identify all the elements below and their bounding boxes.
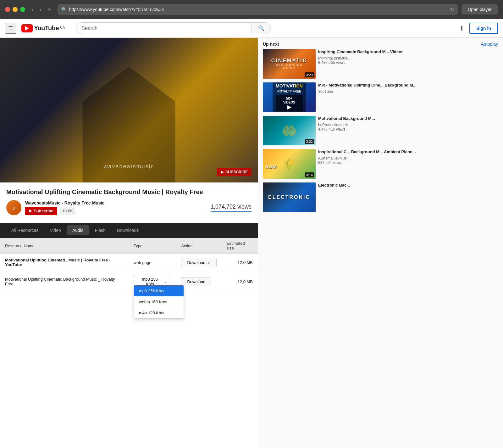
hamburger-menu[interactable]: ☰ bbox=[5, 23, 16, 34]
sidebar-video-title: Motivational Background M... bbox=[318, 116, 498, 121]
address-bar-wrap: 🔍 ↻ bbox=[58, 4, 458, 15]
thumb-duration: 3:02 bbox=[305, 139, 314, 144]
sidebar-item[interactable]: 🌾 ASM 3:14 Inspirational C... Background… bbox=[263, 149, 498, 179]
chevron-down-icon: ⌄ bbox=[164, 279, 167, 284]
sidebar-video-title: Electronic Bac... bbox=[318, 182, 498, 188]
sidebar-thumbnail: CINEMATIC BACKGROUND MUSIC 3:23 bbox=[263, 49, 316, 79]
open-player-button[interactable]: Open player bbox=[462, 4, 498, 14]
yt-logo-text: YouTube bbox=[34, 25, 59, 32]
search-bar: 🔍 bbox=[76, 22, 271, 34]
primary-column: wavebeatsmusic ▶ SUBSCRIBE Motivational … bbox=[0, 38, 258, 448]
row1-type: web page bbox=[129, 254, 176, 271]
refresh-button[interactable]: ↻ bbox=[450, 7, 454, 13]
search-button[interactable]: 🔍 bbox=[252, 22, 271, 34]
nav-buttons: ‹ › ⌂ bbox=[29, 5, 54, 14]
subscribe-row: ▶ Subscribe 10.8K bbox=[25, 207, 207, 215]
sign-in-button[interactable]: Sign in bbox=[469, 23, 498, 34]
tab-audio[interactable]: Audio bbox=[67, 225, 89, 235]
dropdown-option-m4a[interactable]: m4a 128 Kb/s bbox=[134, 307, 184, 318]
home-button[interactable]: ⌂ bbox=[45, 5, 54, 14]
video-info: Motivational Uplifting Cinematic Backgro… bbox=[0, 182, 258, 223]
subscriber-count: 10.8K bbox=[60, 207, 75, 215]
sidebar-thumbnail: 🤲 3:02 bbox=[263, 116, 316, 145]
subscribe-label: Subscribe bbox=[34, 209, 53, 213]
yt-logo-icon bbox=[21, 24, 33, 32]
sidebar-info: Mix - Motivational Uplifting Cine... Bac… bbox=[318, 82, 498, 112]
dropdown-option-webm[interactable]: webm 160 Kb/s bbox=[134, 296, 184, 307]
channel-info: WavebeatsMusic - Royalty Free Music ▶ Su… bbox=[25, 200, 207, 215]
thumb-duration: 3:14 bbox=[305, 172, 314, 177]
secondary-column: Up next Autoplay CINEMATIC BACKGROUND MU… bbox=[258, 38, 503, 448]
tab-flash[interactable]: Flash bbox=[90, 225, 111, 235]
sidebar-item[interactable]: 🤲 3:02 Motivational Background M... bdPr… bbox=[263, 116, 498, 145]
tabs-bar: All Resources Video Audio Flash Download… bbox=[0, 223, 258, 238]
search-input[interactable] bbox=[76, 22, 252, 34]
channel-name: WavebeatsMusic - Royalty Free Music bbox=[25, 200, 207, 205]
up-next-row: Up next Autoplay bbox=[263, 38, 498, 49]
yt-icon-small: ▶ bbox=[221, 170, 224, 174]
sidebar-item[interactable]: CINEMATIC BACKGROUND MUSIC 3:23 Inspirin… bbox=[263, 49, 498, 79]
table-row: Motivational Uplifting Cinematic Backgro… bbox=[0, 271, 258, 292]
back-button[interactable]: ‹ bbox=[29, 5, 36, 14]
sidebar-item[interactable]: MOTIVATION ROYALTY FREE 50+ VIDEOS ▶ Mix… bbox=[263, 82, 498, 112]
traffic-lights bbox=[5, 7, 25, 12]
upload-button[interactable]: ⬆ bbox=[459, 25, 464, 32]
header-actions: ⬆ Sign in bbox=[459, 23, 498, 34]
sidebar-video-title: Inspiring Cinematic Background M... Vide… bbox=[318, 49, 498, 55]
thumb-duration: 3:23 bbox=[305, 72, 314, 77]
dropdown-option-mp3[interactable]: mp3 256 Kb/s bbox=[134, 285, 184, 296]
sidebar-channel: AShamaluevMusi... bbox=[318, 156, 498, 160]
subscribe-overlay-text: SUBSCRIBE bbox=[225, 170, 248, 174]
sidebar-thumbnail: ELECTRONIC bbox=[263, 182, 316, 212]
tab-downloads[interactable]: Downloads bbox=[112, 225, 144, 235]
format-select-wrap: mp3 256 Kb/s ⌄ mp3 256 Kb/s webm 160 Kb/… bbox=[134, 275, 171, 288]
sidebar-channel: bdProductions | M... bbox=[318, 123, 498, 127]
sidebar-thumbnail: 🌾 ASM 3:14 bbox=[263, 149, 316, 179]
col-size: Estimated size bbox=[222, 238, 258, 254]
tab-video[interactable]: Video bbox=[45, 225, 66, 235]
format-dropdown: mp3 256 Kb/s webm 160 Kb/s m4a 128 Kb/s bbox=[134, 285, 184, 319]
close-window-button[interactable] bbox=[5, 7, 10, 12]
row2-type-cell: mp3 256 Kb/s ⌄ mp3 256 Kb/s webm 160 Kb/… bbox=[129, 271, 176, 292]
sidebar-info: Inspirational C... Background M... Ambie… bbox=[318, 149, 498, 179]
autoplay-label[interactable]: Autoplay bbox=[481, 42, 498, 47]
sidebar-item[interactable]: ELECTRONIC Electronic Bac... bbox=[263, 182, 498, 212]
download-all-button[interactable]: Download all bbox=[181, 258, 216, 267]
sidebar-views: 4,446,416 views bbox=[318, 127, 498, 132]
maximize-window-button[interactable] bbox=[20, 7, 25, 12]
youtube-header: ☰ YouTube UA 🔍 ⬆ Sign in bbox=[0, 19, 503, 38]
main-content: wavebeatsmusic ▶ SUBSCRIBE Motivational … bbox=[0, 38, 503, 448]
sidebar-thumbnail: MOTIVATION ROYALTY FREE 50+ VIDEOS ▶ bbox=[263, 82, 316, 112]
col-action: Action bbox=[176, 238, 221, 254]
sidebar-views: 8,480,565 views bbox=[318, 60, 498, 65]
table-header: Resource Name Type Action Estimated size bbox=[0, 238, 258, 254]
sidebar-info: Motivational Background M... bdProductio… bbox=[318, 116, 498, 145]
sidebar-views: 687,604 views bbox=[318, 160, 498, 165]
thumb-overlay: CINEMATIC BACKGROUND MUSIC bbox=[271, 58, 307, 70]
subscribe-channel-button[interactable]: ▶ Subscribe bbox=[25, 207, 57, 215]
forward-button[interactable]: › bbox=[37, 5, 44, 14]
channel-avatar: ♪ bbox=[6, 200, 21, 215]
video-background: wavebeatsmusic ▶ SUBSCRIBE bbox=[0, 38, 258, 182]
col-resource-name: Resource Name bbox=[0, 238, 129, 254]
avatar-icon: ♪ bbox=[12, 204, 15, 211]
up-next-label: Up next bbox=[263, 42, 279, 47]
minimize-window-button[interactable] bbox=[13, 7, 18, 12]
address-bar[interactable] bbox=[69, 7, 450, 12]
col-type: Type bbox=[129, 238, 176, 254]
youtube-logo[interactable]: YouTube UA bbox=[21, 24, 65, 32]
row1-action-cell: Download all bbox=[176, 254, 221, 271]
sidebar-info: Inspiring Cinematic Background M... Vide… bbox=[318, 49, 498, 79]
thumb-bg: ELECTRONIC bbox=[263, 182, 316, 212]
row1-name: Motivational Uplifting Cinemati...Music … bbox=[0, 254, 129, 271]
search-icon: 🔍 bbox=[61, 7, 67, 12]
subscribe-yt-icon: ▶ bbox=[29, 209, 32, 213]
video-player[interactable]: wavebeatsmusic ▶ SUBSCRIBE bbox=[0, 38, 258, 182]
yt-logo-country: UA bbox=[60, 25, 65, 29]
table-row: Motivational Uplifting Cinemati...Music … bbox=[0, 254, 258, 271]
video-title: Motivational Uplifting Cinematic Backgro… bbox=[6, 188, 252, 196]
download-button[interactable]: Download bbox=[181, 277, 211, 286]
sidebar-channel: YouTube bbox=[318, 89, 498, 94]
subscribe-overlay: ▶ SUBSCRIBE bbox=[217, 168, 252, 176]
tab-all-resources[interactable]: All Resources bbox=[6, 225, 43, 235]
